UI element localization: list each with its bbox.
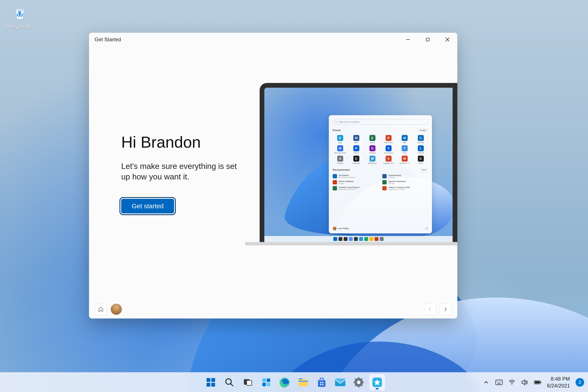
svg-rect-12 — [267, 378, 270, 382]
start-search-preview: Type here to search — [333, 119, 428, 125]
pinned-app: SSnipping Tool — [381, 156, 396, 164]
pinned-app: YYour Phone — [381, 145, 396, 154]
laptop-illustration: Type here to search Pinned All apps EEdg… — [260, 83, 457, 242]
svg-rect-6 — [206, 383, 210, 387]
pinned-app: LLinkedIn — [413, 145, 428, 154]
svg-rect-7 — [211, 383, 215, 387]
taskbar-mail-button[interactable] — [332, 374, 348, 390]
clock-time: 8:48 PM — [547, 376, 570, 382]
pinned-app: SSettings — [333, 156, 348, 164]
nav-forward-button[interactable] — [440, 304, 451, 315]
svg-point-23 — [357, 380, 360, 384]
svg-point-33 — [501, 382, 502, 382]
taskbar-search-button[interactable] — [221, 374, 237, 390]
pinned-app: CClock — [413, 156, 428, 164]
pinned-app: MMail — [397, 135, 412, 144]
pinned-app: OOneNote — [365, 145, 380, 154]
taskbar: 8:48 PM 6/24/2021 2 — [0, 372, 588, 392]
svg-point-26 — [497, 381, 497, 382]
svg-point-32 — [500, 382, 500, 382]
window-close-button[interactable] — [438, 33, 457, 46]
pinned-app: TTo Do — [397, 145, 412, 154]
svg-rect-18 — [322, 382, 324, 383]
pinned-app: EEdge — [333, 135, 348, 144]
recycle-bin-icon — [11, 4, 29, 22]
pinned-app: EExcel — [365, 135, 380, 144]
recommended-file: Quarterly Payroll ReportYesterday at 4:2… — [333, 186, 378, 190]
pinned-app: WWhiteboard — [365, 156, 380, 164]
svg-rect-20 — [322, 384, 324, 385]
recommended-file: Travel Itinerary17m ago — [382, 174, 428, 178]
pinned-app: CCalendar — [413, 135, 428, 144]
desktop-icon-label: Recycle Bin — [4, 24, 36, 30]
taskbar-widgets-button[interactable] — [258, 374, 274, 390]
page-subheading: Let's make sure everything is set up how… — [121, 161, 242, 182]
svg-rect-17 — [320, 382, 321, 383]
settings-icon — [353, 377, 364, 388]
svg-point-31 — [498, 382, 498, 382]
window-maximize-button[interactable] — [418, 33, 438, 46]
taskbar-start-button[interactable] — [203, 374, 219, 390]
get-started-button[interactable]: Get started — [121, 199, 174, 214]
svg-rect-37 — [541, 382, 541, 383]
svg-point-35 — [512, 384, 512, 385]
window-minimize-button[interactable] — [398, 33, 418, 46]
svg-point-30 — [497, 382, 497, 382]
taskbar-clock[interactable]: 8:48 PM 6/24/2021 — [547, 376, 570, 389]
svg-rect-13 — [262, 382, 266, 386]
taskbar-settings-button[interactable] — [351, 374, 367, 390]
svg-point-28 — [500, 381, 500, 382]
recommended-file: Get StartedWelcome to Windows — [333, 174, 378, 178]
svg-rect-38 — [535, 381, 540, 384]
desktop-icon-recycle-bin[interactable]: Recycle Bin — [4, 4, 36, 30]
notifications-badge[interactable]: 2 — [576, 378, 584, 387]
svg-rect-10 — [247, 380, 252, 385]
titlebar[interactable]: Get Started — [89, 33, 457, 46]
taskbar-edge-button[interactable] — [277, 374, 293, 390]
taskbar-task-view-button[interactable] — [240, 374, 256, 390]
pinned-app: WWord — [349, 135, 364, 144]
svg-rect-1 — [426, 38, 429, 41]
wifi-icon[interactable] — [508, 379, 516, 386]
svg-point-2 — [335, 121, 336, 122]
clock-date: 6/24/2021 — [547, 382, 570, 389]
svg-rect-34 — [498, 384, 500, 384]
taskbar-file-explorer-button[interactable] — [295, 374, 311, 390]
keyboard-icon[interactable] — [495, 379, 503, 386]
taskbar-microsoft-store-button[interactable] — [314, 374, 330, 390]
home-button[interactable] — [95, 304, 106, 315]
user-avatar[interactable] — [110, 304, 122, 315]
svg-rect-19 — [320, 384, 321, 385]
tray-overflow-icon[interactable] — [482, 379, 490, 386]
file-explorer-icon — [298, 377, 308, 388]
svg-point-27 — [498, 381, 498, 382]
recommended-file: Expense Worksheet10h ago — [382, 180, 428, 184]
volume-icon[interactable] — [521, 379, 528, 386]
svg-rect-4 — [206, 378, 210, 382]
start-icon — [206, 377, 216, 388]
search-icon — [224, 377, 235, 388]
get-started-icon — [372, 377, 382, 388]
svg-point-29 — [501, 381, 502, 382]
svg-rect-14 — [267, 382, 270, 386]
nav-back-button[interactable] — [424, 304, 436, 315]
edge-icon — [280, 377, 290, 388]
page-heading: Hi Brandon — [121, 133, 270, 151]
svg-rect-16 — [298, 380, 308, 382]
microsoft-store-icon — [316, 377, 327, 388]
task-view-icon — [242, 377, 253, 388]
svg-rect-11 — [262, 378, 266, 382]
widgets-icon — [261, 377, 272, 388]
mail-icon — [335, 377, 346, 388]
window-get-started: Get Started Hi Brandon Let's make sure e… — [89, 33, 457, 318]
taskbar-get-started-button[interactable] — [369, 374, 385, 390]
pinned-app: MMicrosoft Store — [333, 145, 348, 154]
svg-rect-5 — [211, 378, 215, 382]
battery-icon[interactable] — [534, 379, 541, 386]
start-menu-preview: Type here to search Pinned All apps EEdg… — [329, 115, 432, 234]
recommended-file: Brand Guidelines2h ago — [333, 180, 378, 184]
pinned-app: PPowerPoint — [381, 135, 396, 144]
window-title: Get Started — [94, 36, 121, 42]
pinned-app: MMovies & TV — [397, 156, 412, 164]
recommended-file: Adatum Company ProfileYesterday at 1:15 … — [382, 186, 428, 190]
